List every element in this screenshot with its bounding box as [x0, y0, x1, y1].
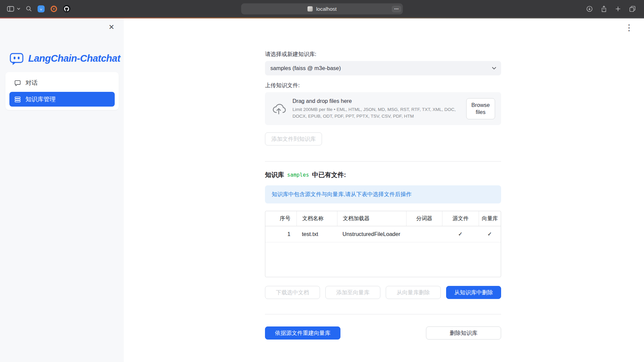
info-alert-text: 知识库中包含源文件与向量库,请从下表中选择文件后操作: [272, 191, 412, 197]
add-files-button[interactable]: 添加文件到知识库: [265, 132, 322, 145]
sidebar: ✕ LangChain-Chatchat 对话: [0, 18, 124, 362]
sidebar-item-kb-management[interactable]: 知识库管理: [9, 92, 115, 107]
chevron-down-icon: [492, 67, 496, 70]
cell-source-check: ✓: [442, 226, 479, 242]
app-page: ✕ LangChain-Chatchat 对话: [0, 18, 644, 362]
kb-select-label: 请选择或新建知识库:: [265, 51, 501, 58]
cell-splitter: [406, 226, 442, 242]
file-uploader-dropzone[interactable]: Drag and drop files here Limit 200MB per…: [265, 92, 501, 125]
pinned-tab-github-icon[interactable]: [63, 5, 70, 13]
logo-chat-bubble-icon: [9, 51, 24, 66]
delete-kb-button[interactable]: 删除知识库: [426, 326, 501, 340]
tab-overview-button[interactable]: [629, 5, 636, 12]
upload-label: 上传知识文件:: [265, 82, 501, 89]
table-header: 文档加载器: [337, 211, 406, 226]
sidebar-menu: 对话 知识库管理: [5, 72, 119, 110]
database-icon: [14, 96, 21, 103]
table-row[interactable]: 1 test.txt UnstructuredFileLoader ✓ ✓: [265, 226, 501, 242]
search-icon[interactable]: [25, 5, 32, 12]
table-header-row: 序号 文档名称 文档加载器 分词器 源文件 向量库: [265, 211, 501, 226]
site-favicon: [307, 6, 313, 12]
address-bar[interactable]: localhost •••: [241, 3, 403, 14]
chat-icon: [14, 79, 21, 86]
menu-label: 对话: [25, 79, 38, 87]
app-logo: LangChain-Chatchat: [9, 51, 120, 66]
divider: [265, 161, 501, 162]
table-header: 向量库: [479, 211, 501, 226]
toolbar-left-group: [0, 5, 70, 13]
close-icon[interactable]: ✕: [106, 23, 116, 31]
main-area: ⋮ 请选择或新建知识库: samples (faiss @ m3e-base) …: [124, 18, 644, 362]
dropzone-text: Drag and drop files here Limit 200MB per…: [292, 98, 460, 119]
toolbar-right-group: [586, 5, 644, 12]
files-heading: 知识库 samples 中已有文件:: [265, 171, 501, 179]
kb-select-value: samples (faiss @ m3e-base): [270, 65, 341, 71]
divider: [265, 314, 501, 314]
dropzone-title: Drag and drop files here: [292, 98, 460, 104]
table-header: 源文件: [442, 211, 479, 226]
cell-loader: UnstructuredFileLoader: [337, 226, 406, 242]
rebuild-vector-button[interactable]: 依据源文件重建向量库: [265, 326, 340, 340]
sidebar-toggle-button[interactable]: [7, 6, 14, 12]
files-heading-prefix: 知识库: [265, 171, 284, 179]
kb-actions-row: 依据源文件重建向量库 删除知识库: [265, 326, 501, 340]
sidebar-item-dialogue[interactable]: 对话: [9, 75, 115, 90]
pinned-tab-blue-icon[interactable]: [37, 5, 45, 13]
cloud-upload-icon: [271, 102, 286, 115]
extensions-ellipsis-button[interactable]: •••: [392, 6, 401, 12]
logo-text: LangChain-Chatchat: [28, 53, 120, 64]
menu-label: 知识库管理: [25, 95, 56, 103]
add-to-vector-button[interactable]: 添加至向量库: [325, 286, 380, 299]
delete-from-vector-button[interactable]: 从向量库删除: [386, 286, 441, 299]
delete-from-kb-button[interactable]: 从知识库中删除: [446, 286, 501, 299]
main-content: 请选择或新建知识库: samples (faiss @ m3e-base) 上传…: [265, 18, 501, 340]
chevron-down-icon[interactable]: [17, 7, 20, 10]
browser-toolbar: localhost •••: [0, 0, 644, 17]
table-header: 分词器: [406, 211, 442, 226]
files-heading-suffix: 中已有文件:: [312, 171, 346, 179]
files-table: 序号 文档名称 文档加载器 分词器 源文件 向量库 1 test.txt Uns…: [265, 211, 501, 277]
cell-vector-check: ✓: [479, 226, 501, 242]
pinned-tab-orange-icon[interactable]: [50, 5, 58, 13]
downloads-button[interactable]: [586, 5, 593, 12]
dropzone-limit: Limit 200MB per file • EML, HTML, JSON, …: [292, 106, 460, 119]
cell-doc-name: test.txt: [297, 226, 337, 242]
info-alert: 知识库中包含源文件与向量库,请从下表中选择文件后操作: [265, 185, 501, 203]
kb-select[interactable]: samples (faiss @ m3e-base): [265, 61, 501, 75]
table-empty-area: [265, 242, 501, 277]
table-header: 序号: [265, 211, 297, 226]
download-selected-button[interactable]: 下载选中文档: [265, 286, 320, 299]
main-menu-kebab-icon[interactable]: ⋮: [623, 23, 635, 32]
file-actions-row: 下载选中文档 添加至向量库 从向量库删除 从知识库中删除: [265, 286, 501, 299]
cell-index: 1: [265, 226, 297, 242]
new-tab-button[interactable]: [615, 6, 621, 12]
kb-name-code: samples: [287, 172, 309, 178]
table-header: 文档名称: [297, 211, 337, 226]
browse-files-button[interactable]: Browse files: [466, 98, 495, 119]
address-url: localhost: [316, 6, 336, 12]
share-button[interactable]: [601, 5, 607, 12]
